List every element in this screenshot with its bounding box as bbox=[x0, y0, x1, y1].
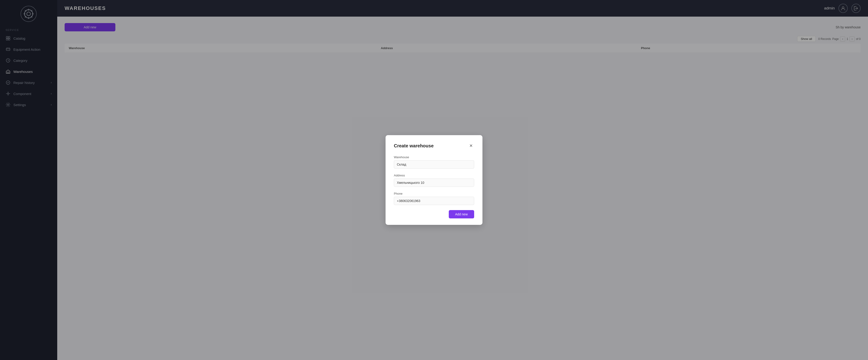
warehouse-input[interactable] bbox=[394, 160, 474, 169]
modal-footer: Add new bbox=[394, 210, 474, 219]
phone-label: Phone bbox=[394, 192, 474, 195]
warehouse-field-group: Warehouse bbox=[394, 156, 474, 169]
warehouse-label: Warehouse bbox=[394, 156, 474, 159]
modal-title: Create warehouse bbox=[394, 143, 434, 149]
modal-header: Create warehouse ✕ bbox=[394, 142, 474, 149]
address-label: Address bbox=[394, 174, 474, 177]
modal-close-button[interactable]: ✕ bbox=[468, 142, 474, 149]
address-field-group: Address bbox=[394, 174, 474, 187]
phone-field-group: Phone bbox=[394, 192, 474, 205]
phone-input[interactable] bbox=[394, 197, 474, 205]
modal-overlay[interactable]: Create warehouse ✕ Warehouse Address Pho… bbox=[0, 0, 868, 360]
modal-add-button[interactable]: Add new bbox=[449, 210, 474, 219]
create-warehouse-modal: Create warehouse ✕ Warehouse Address Pho… bbox=[385, 135, 483, 225]
address-input[interactable] bbox=[394, 178, 474, 187]
